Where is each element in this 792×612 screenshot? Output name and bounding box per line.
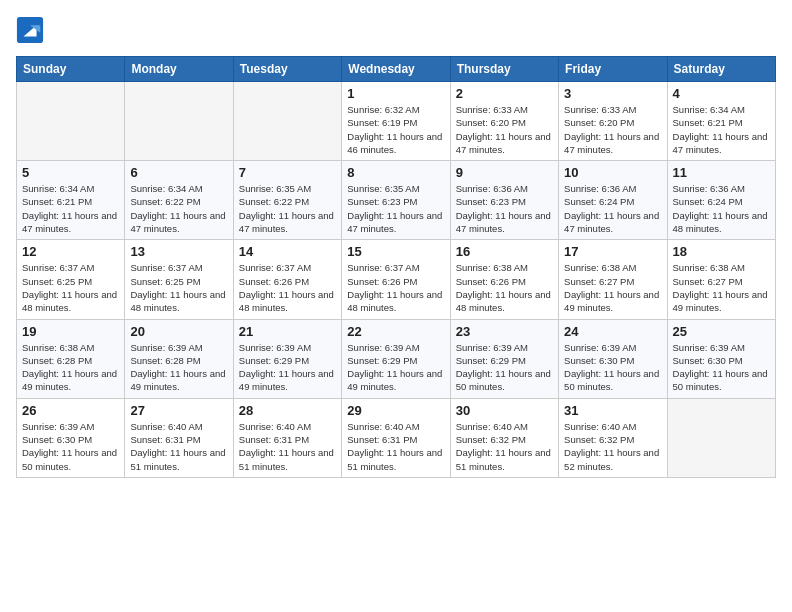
logo (16, 16, 48, 44)
day-info: Sunrise: 6:35 AM Sunset: 6:23 PM Dayligh… (347, 182, 444, 235)
day-info: Sunrise: 6:38 AM Sunset: 6:27 PM Dayligh… (673, 261, 770, 314)
calendar-cell: 24Sunrise: 6:39 AM Sunset: 6:30 PM Dayli… (559, 319, 667, 398)
calendar-cell: 7Sunrise: 6:35 AM Sunset: 6:22 PM Daylig… (233, 161, 341, 240)
calendar-cell (667, 398, 775, 477)
calendar-cell: 12Sunrise: 6:37 AM Sunset: 6:25 PM Dayli… (17, 240, 125, 319)
day-info: Sunrise: 6:37 AM Sunset: 6:26 PM Dayligh… (239, 261, 336, 314)
day-number: 27 (130, 403, 227, 418)
day-info: Sunrise: 6:36 AM Sunset: 6:23 PM Dayligh… (456, 182, 553, 235)
day-info: Sunrise: 6:34 AM Sunset: 6:22 PM Dayligh… (130, 182, 227, 235)
day-info: Sunrise: 6:39 AM Sunset: 6:30 PM Dayligh… (564, 341, 661, 394)
day-info: Sunrise: 6:32 AM Sunset: 6:19 PM Dayligh… (347, 103, 444, 156)
day-number: 5 (22, 165, 119, 180)
day-number: 2 (456, 86, 553, 101)
day-info: Sunrise: 6:39 AM Sunset: 6:30 PM Dayligh… (22, 420, 119, 473)
logo-icon (16, 16, 44, 44)
calendar-cell (233, 82, 341, 161)
day-info: Sunrise: 6:40 AM Sunset: 6:32 PM Dayligh… (564, 420, 661, 473)
calendar-cell: 27Sunrise: 6:40 AM Sunset: 6:31 PM Dayli… (125, 398, 233, 477)
day-info: Sunrise: 6:37 AM Sunset: 6:25 PM Dayligh… (22, 261, 119, 314)
calendar-cell: 4Sunrise: 6:34 AM Sunset: 6:21 PM Daylig… (667, 82, 775, 161)
calendar-weekday-tuesday: Tuesday (233, 57, 341, 82)
day-number: 11 (673, 165, 770, 180)
day-info: Sunrise: 6:34 AM Sunset: 6:21 PM Dayligh… (673, 103, 770, 156)
calendar-cell: 31Sunrise: 6:40 AM Sunset: 6:32 PM Dayli… (559, 398, 667, 477)
calendar-cell (17, 82, 125, 161)
day-info: Sunrise: 6:37 AM Sunset: 6:25 PM Dayligh… (130, 261, 227, 314)
day-info: Sunrise: 6:40 AM Sunset: 6:31 PM Dayligh… (239, 420, 336, 473)
calendar-week-row: 12Sunrise: 6:37 AM Sunset: 6:25 PM Dayli… (17, 240, 776, 319)
calendar-weekday-monday: Monday (125, 57, 233, 82)
page-header (16, 16, 776, 44)
day-info: Sunrise: 6:39 AM Sunset: 6:28 PM Dayligh… (130, 341, 227, 394)
calendar-cell: 29Sunrise: 6:40 AM Sunset: 6:31 PM Dayli… (342, 398, 450, 477)
day-info: Sunrise: 6:39 AM Sunset: 6:29 PM Dayligh… (239, 341, 336, 394)
calendar-cell: 9Sunrise: 6:36 AM Sunset: 6:23 PM Daylig… (450, 161, 558, 240)
day-info: Sunrise: 6:34 AM Sunset: 6:21 PM Dayligh… (22, 182, 119, 235)
calendar-cell: 19Sunrise: 6:38 AM Sunset: 6:28 PM Dayli… (17, 319, 125, 398)
calendar-cell (125, 82, 233, 161)
day-info: Sunrise: 6:40 AM Sunset: 6:31 PM Dayligh… (347, 420, 444, 473)
day-number: 25 (673, 324, 770, 339)
day-number: 24 (564, 324, 661, 339)
calendar-cell: 16Sunrise: 6:38 AM Sunset: 6:26 PM Dayli… (450, 240, 558, 319)
calendar-cell: 17Sunrise: 6:38 AM Sunset: 6:27 PM Dayli… (559, 240, 667, 319)
day-number: 13 (130, 244, 227, 259)
day-number: 18 (673, 244, 770, 259)
calendar-cell: 18Sunrise: 6:38 AM Sunset: 6:27 PM Dayli… (667, 240, 775, 319)
day-number: 1 (347, 86, 444, 101)
day-info: Sunrise: 6:39 AM Sunset: 6:30 PM Dayligh… (673, 341, 770, 394)
calendar-cell: 8Sunrise: 6:35 AM Sunset: 6:23 PM Daylig… (342, 161, 450, 240)
day-number: 4 (673, 86, 770, 101)
calendar-cell: 26Sunrise: 6:39 AM Sunset: 6:30 PM Dayli… (17, 398, 125, 477)
day-number: 10 (564, 165, 661, 180)
calendar-cell: 15Sunrise: 6:37 AM Sunset: 6:26 PM Dayli… (342, 240, 450, 319)
calendar-cell: 30Sunrise: 6:40 AM Sunset: 6:32 PM Dayli… (450, 398, 558, 477)
day-number: 31 (564, 403, 661, 418)
day-info: Sunrise: 6:38 AM Sunset: 6:28 PM Dayligh… (22, 341, 119, 394)
day-number: 14 (239, 244, 336, 259)
calendar-cell: 28Sunrise: 6:40 AM Sunset: 6:31 PM Dayli… (233, 398, 341, 477)
day-info: Sunrise: 6:36 AM Sunset: 6:24 PM Dayligh… (564, 182, 661, 235)
day-number: 20 (130, 324, 227, 339)
day-number: 9 (456, 165, 553, 180)
day-number: 28 (239, 403, 336, 418)
day-number: 6 (130, 165, 227, 180)
day-info: Sunrise: 6:39 AM Sunset: 6:29 PM Dayligh… (456, 341, 553, 394)
day-number: 17 (564, 244, 661, 259)
day-info: Sunrise: 6:36 AM Sunset: 6:24 PM Dayligh… (673, 182, 770, 235)
day-number: 19 (22, 324, 119, 339)
calendar-cell: 25Sunrise: 6:39 AM Sunset: 6:30 PM Dayli… (667, 319, 775, 398)
day-info: Sunrise: 6:37 AM Sunset: 6:26 PM Dayligh… (347, 261, 444, 314)
day-info: Sunrise: 6:38 AM Sunset: 6:26 PM Dayligh… (456, 261, 553, 314)
day-number: 7 (239, 165, 336, 180)
calendar-weekday-thursday: Thursday (450, 57, 558, 82)
calendar-week-row: 19Sunrise: 6:38 AM Sunset: 6:28 PM Dayli… (17, 319, 776, 398)
day-info: Sunrise: 6:40 AM Sunset: 6:31 PM Dayligh… (130, 420, 227, 473)
calendar-cell: 13Sunrise: 6:37 AM Sunset: 6:25 PM Dayli… (125, 240, 233, 319)
calendar-cell: 2Sunrise: 6:33 AM Sunset: 6:20 PM Daylig… (450, 82, 558, 161)
calendar-weekday-sunday: Sunday (17, 57, 125, 82)
day-info: Sunrise: 6:38 AM Sunset: 6:27 PM Dayligh… (564, 261, 661, 314)
calendar-cell: 11Sunrise: 6:36 AM Sunset: 6:24 PM Dayli… (667, 161, 775, 240)
calendar-cell: 14Sunrise: 6:37 AM Sunset: 6:26 PM Dayli… (233, 240, 341, 319)
day-number: 8 (347, 165, 444, 180)
calendar-table: SundayMondayTuesdayWednesdayThursdayFrid… (16, 56, 776, 478)
calendar-week-row: 26Sunrise: 6:39 AM Sunset: 6:30 PM Dayli… (17, 398, 776, 477)
calendar-cell: 10Sunrise: 6:36 AM Sunset: 6:24 PM Dayli… (559, 161, 667, 240)
calendar-header-row: SundayMondayTuesdayWednesdayThursdayFrid… (17, 57, 776, 82)
calendar-cell: 21Sunrise: 6:39 AM Sunset: 6:29 PM Dayli… (233, 319, 341, 398)
day-info: Sunrise: 6:39 AM Sunset: 6:29 PM Dayligh… (347, 341, 444, 394)
day-number: 21 (239, 324, 336, 339)
day-number: 29 (347, 403, 444, 418)
calendar-weekday-friday: Friday (559, 57, 667, 82)
calendar-cell: 5Sunrise: 6:34 AM Sunset: 6:21 PM Daylig… (17, 161, 125, 240)
calendar-cell: 23Sunrise: 6:39 AM Sunset: 6:29 PM Dayli… (450, 319, 558, 398)
calendar-weekday-saturday: Saturday (667, 57, 775, 82)
calendar-weekday-wednesday: Wednesday (342, 57, 450, 82)
calendar-week-row: 5Sunrise: 6:34 AM Sunset: 6:21 PM Daylig… (17, 161, 776, 240)
day-info: Sunrise: 6:40 AM Sunset: 6:32 PM Dayligh… (456, 420, 553, 473)
day-number: 23 (456, 324, 553, 339)
calendar-week-row: 1Sunrise: 6:32 AM Sunset: 6:19 PM Daylig… (17, 82, 776, 161)
day-number: 12 (22, 244, 119, 259)
